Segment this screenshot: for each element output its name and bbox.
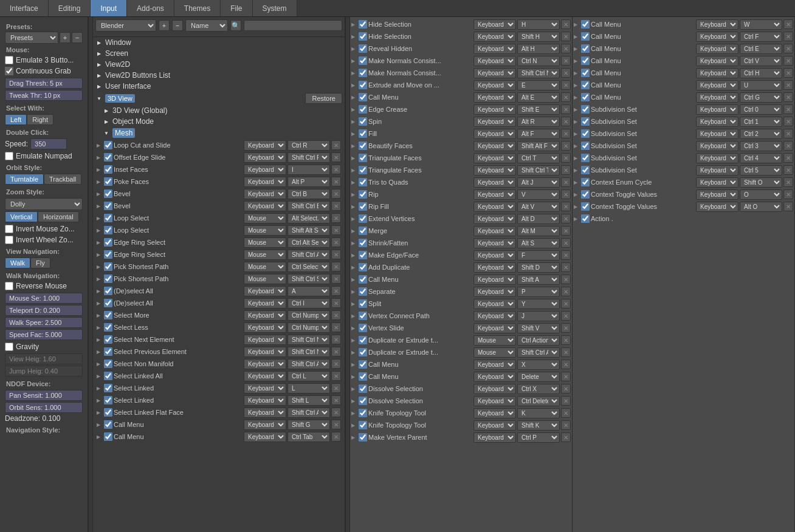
keybind-type[interactable]: Keyboard xyxy=(473,56,516,66)
keybind-check[interactable] xyxy=(359,129,367,138)
keybind-key[interactable]: Shift Ctrl T xyxy=(517,165,560,176)
keybind-key[interactable]: Shift Ctrl R xyxy=(287,152,330,163)
keybind-check[interactable] xyxy=(104,141,112,149)
keybind-key[interactable]: Ctrl E xyxy=(740,44,782,54)
keybind-check[interactable] xyxy=(104,420,112,429)
tab-input[interactable]: Input xyxy=(91,0,127,16)
keybind-type[interactable]: Keyboard xyxy=(473,384,516,394)
keybind-remove[interactable]: ✕ xyxy=(561,56,571,66)
keybind-check[interactable] xyxy=(359,69,367,77)
mouse-se-field[interactable]: Mouse Se: 1.000 xyxy=(5,293,83,304)
keybind-key[interactable]: Shift G xyxy=(287,420,330,430)
keybind-type[interactable]: Keyboard xyxy=(244,395,286,406)
keybind-arrow[interactable]: ▶ xyxy=(97,361,103,367)
keybind-type[interactable]: Keyboard xyxy=(473,141,516,151)
keybind-type[interactable]: Mouse xyxy=(244,225,286,236)
keybind-arrow[interactable]: ▶ xyxy=(351,435,357,440)
keybind-remove[interactable]: ✕ xyxy=(783,104,793,114)
keybind-remove[interactable]: ✕ xyxy=(783,165,793,175)
keybind-key[interactable]: Shift V xyxy=(517,323,560,333)
keybind-key[interactable]: Shift K xyxy=(517,420,560,431)
keybind-remove[interactable]: ✕ xyxy=(331,262,341,271)
keybind-check[interactable] xyxy=(104,384,112,392)
keybind-arrow[interactable]: ▶ xyxy=(97,179,103,185)
keybind-key[interactable]: Ctrl N xyxy=(517,56,560,66)
keybind-remove[interactable]: ✕ xyxy=(561,153,571,163)
keybind-remove[interactable]: ✕ xyxy=(561,226,571,236)
keybind-key[interactable]: Ctrl B xyxy=(287,189,330,199)
keybind-remove[interactable]: ✕ xyxy=(331,201,341,211)
speed-fac-field[interactable]: Speed Fac: 5.000 xyxy=(5,329,83,340)
keybind-check[interactable] xyxy=(581,44,590,53)
keybind-check[interactable] xyxy=(581,142,590,150)
presets-dropdown[interactable]: Presets xyxy=(5,32,58,44)
tab-file[interactable]: File xyxy=(221,0,252,16)
keybind-check[interactable] xyxy=(581,69,590,77)
keybind-remove[interactable]: ✕ xyxy=(331,165,341,174)
keybind-check[interactable] xyxy=(104,299,112,307)
blender-remove-btn[interactable]: − xyxy=(172,20,183,31)
keybind-key[interactable]: Ctrl I xyxy=(287,298,330,309)
keybind-type[interactable]: Keyboard xyxy=(244,201,286,211)
keybind-type[interactable]: Keyboard xyxy=(696,202,738,212)
keybind-type[interactable]: Keyboard xyxy=(244,189,286,199)
keybind-remove[interactable]: ✕ xyxy=(561,432,571,442)
blender-add-btn[interactable]: + xyxy=(159,20,170,31)
keybind-check[interactable] xyxy=(581,56,590,65)
keybind-arrow[interactable]: ▶ xyxy=(574,143,580,149)
keybind-key[interactable]: Shift Ctrl N... xyxy=(287,335,330,345)
keybind-arrow[interactable]: ▶ xyxy=(574,155,580,161)
tab-addons[interactable]: Add-ons xyxy=(127,0,174,16)
keybind-type[interactable]: Keyboard xyxy=(244,335,286,345)
keybind-check[interactable] xyxy=(359,251,367,259)
keybind-remove[interactable]: ✕ xyxy=(561,214,571,223)
keybind-key[interactable]: Ctrl V xyxy=(740,56,782,66)
keybind-arrow[interactable]: ▶ xyxy=(574,83,580,88)
keybind-arrow[interactable]: ▶ xyxy=(574,58,580,64)
keybind-arrow[interactable]: ▶ xyxy=(351,192,357,197)
keybind-type[interactable]: Keyboard xyxy=(473,238,516,248)
keybind-arrow[interactable]: ▶ xyxy=(574,192,580,197)
keybind-type[interactable]: Keyboard xyxy=(473,189,516,200)
keybind-check[interactable] xyxy=(104,275,112,283)
keybind-arrow[interactable]: ▶ xyxy=(97,288,103,294)
invert-wheel-zo-check[interactable] xyxy=(5,236,13,244)
keybind-type[interactable]: Keyboard xyxy=(473,32,516,42)
keybind-type[interactable]: Keyboard xyxy=(696,189,738,200)
reverse-mouse-check[interactable] xyxy=(5,282,13,290)
tab-editing[interactable]: Editing xyxy=(49,0,91,16)
keybind-remove[interactable]: ✕ xyxy=(331,213,341,223)
keybind-check[interactable] xyxy=(581,20,590,29)
keybind-remove[interactable]: ✕ xyxy=(561,384,571,394)
presets-add-btn[interactable]: + xyxy=(60,32,71,43)
keybind-remove[interactable]: ✕ xyxy=(331,189,341,199)
keybind-check[interactable] xyxy=(359,56,367,65)
keybind-key[interactable]: Ctrl T xyxy=(517,153,560,163)
tree-item-3dview-global[interactable]: ▶ 3D View (Global) xyxy=(100,105,345,116)
keybind-key[interactable]: Ctrl Action... xyxy=(517,335,560,346)
tree-item-object-mode[interactable]: ▶ Object Mode xyxy=(100,116,345,127)
keybind-key[interactable]: Shift Ctrl S... xyxy=(287,274,330,284)
keybind-type[interactable]: Keyboard xyxy=(244,165,286,175)
keybind-type[interactable]: Keyboard xyxy=(473,299,516,309)
keybind-check[interactable] xyxy=(359,287,367,296)
keybind-remove[interactable]: ✕ xyxy=(561,165,571,175)
keybind-type[interactable]: Keyboard xyxy=(696,32,738,42)
keybind-remove[interactable]: ✕ xyxy=(783,80,793,90)
keybind-key[interactable]: Delete xyxy=(517,372,560,382)
keybind-type[interactable]: Keyboard xyxy=(696,129,738,139)
keybind-check[interactable] xyxy=(359,239,367,247)
keybind-check[interactable] xyxy=(359,348,367,356)
keybind-type[interactable]: Keyboard xyxy=(473,372,516,382)
keybind-key[interactable]: Shift Alt Se... xyxy=(287,225,330,236)
keybind-key[interactable]: Alt M xyxy=(517,226,560,236)
keybind-remove[interactable]: ✕ xyxy=(561,311,571,321)
keybind-remove[interactable]: ✕ xyxy=(561,104,571,114)
keybind-arrow[interactable]: ▶ xyxy=(97,337,103,343)
blender-dropdown[interactable]: Blender xyxy=(95,19,156,32)
keybind-arrow[interactable]: ▶ xyxy=(574,70,580,76)
keybind-arrow[interactable]: ▶ xyxy=(97,313,103,318)
keybind-type[interactable]: Keyboard xyxy=(696,44,738,54)
keybind-remove[interactable]: ✕ xyxy=(561,250,571,260)
keybind-check[interactable] xyxy=(359,20,367,29)
